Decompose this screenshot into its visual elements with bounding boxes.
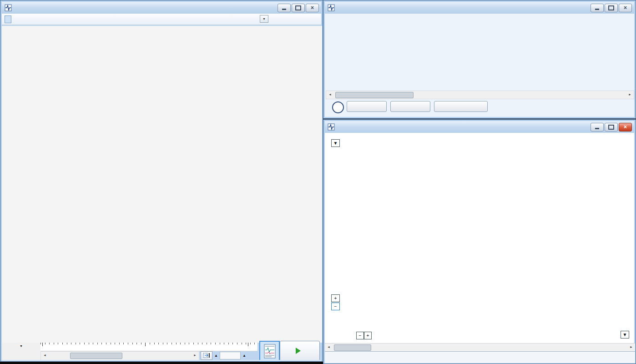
minimize-button[interactable] [278,4,291,12]
chart-status-strip [2,360,321,361]
y-zoom-in-button[interactable]: + [331,294,340,302]
x-zoom-in-button[interactable]: + [364,332,372,339]
chart-toolbar: ▼ [2,14,321,25]
options-button[interactable] [390,101,430,112]
bp-horizontal-scrollbar[interactable]: ◄ ► [325,343,635,351]
chart-view-window: × ▼ ▼ ◄ ► ▲ ▲ [0,0,323,362]
time-axis-ticks [40,343,257,344]
scroll-right-icon[interactable]: ► [628,344,635,350]
table-horizontal-scrollbar[interactable]: ◄ ► [326,91,634,99]
table-window-titlebar[interactable]: × [325,2,634,14]
monitor-icon [264,344,276,359]
bp-status-bar [325,351,635,363]
scroll-left-icon[interactable]: ◄ [41,352,48,359]
maximize-button[interactable] [605,4,618,12]
x-zoom-out-button[interactable]: − [356,332,364,339]
compression-decrease-icon[interactable]: ▲ [213,354,219,358]
scroll-right-icon[interactable]: ► [192,352,198,359]
y-scale-dropdown-icon[interactable]: ▼ [331,139,340,147]
scroll-left-icon[interactable]: ◄ [325,344,332,350]
compression-increase-icon[interactable]: ▲ [242,354,247,358]
start-button[interactable] [280,341,320,361]
scrollbar-thumb[interactable] [335,92,414,98]
monitor-mode-button[interactable] [259,341,280,362]
add-to-data-pad-button[interactable] [434,101,488,112]
channel-area [2,26,322,343]
close-button[interactable]: × [306,4,319,12]
marker-zone[interactable]: ▼ [2,343,40,360]
table-window-body: ◄ ► [325,14,634,117]
scrollbar-thumb[interactable] [334,344,371,351]
marker-arrow-icon: ▼ [2,345,40,347]
app-icon [328,4,335,11]
scrollbar-thumb[interactable] [70,353,122,359]
minimize-button[interactable] [591,4,604,12]
y-zoom-out-button[interactable]: − [331,303,340,310]
ecg-table-window: × ◄ ► [323,0,636,119]
app-icon [5,4,12,11]
page-indicator[interactable] [5,15,11,23]
desktop: { "chart_window": { "title": "Neonate Sl… [0,0,636,364]
export-button[interactable] [347,101,387,112]
close-button[interactable]: × [619,4,632,12]
scroll-left-icon[interactable]: ◄ [327,91,333,98]
bp-analysis-window: × ▼ + − − + ▼ ◄ ► [323,119,636,364]
time-axis [40,343,257,351]
x-scale-dropdown-icon[interactable]: ▼ [621,331,629,339]
play-icon [296,348,301,354]
scroll-to-end-button[interactable] [201,351,212,360]
compression-ratio[interactable] [220,352,241,359]
scroll-right-icon[interactable]: ► [626,91,633,98]
help-button[interactable] [332,101,344,113]
chart-window-titlebar[interactable]: × [2,2,321,14]
scroll-to-end-icon [203,353,210,358]
maximize-button[interactable] [292,4,305,12]
bp-plot [323,120,636,364]
sample-rate-dropdown-icon[interactable]: ▼ [260,15,268,23]
chart-horizontal-scrollbar[interactable]: ◄ ► [40,351,199,360]
